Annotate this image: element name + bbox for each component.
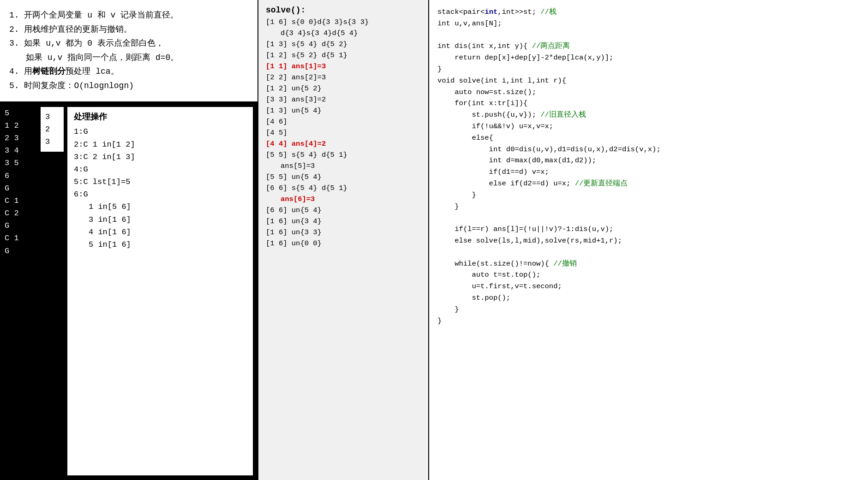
tree-data: 5 1 2 2 3 3 4 3 5 6 G C 1 C 2 G C 1 G — [5, 107, 37, 475]
notes-section: 1. 开两个全局变量 u 和 v 记录当前直径。 2. 用栈维护直径的更新与撤销… — [0, 0, 257, 102]
query-line: 3 in[1 6] — [74, 213, 246, 226]
trace-line: [1 6] un{0 0} — [266, 238, 421, 249]
code-line: } — [437, 315, 860, 327]
tree-line: 2 3 — [5, 132, 37, 144]
tree-line: G — [5, 219, 37, 232]
code-line: u=t.first,v=t.second; — [437, 281, 860, 292]
note-4: 4. 用树链剖分预处理 lca。 — [9, 65, 248, 79]
query-line: 1 in[5 6] — [74, 201, 246, 213]
note-1: 1. 开两个全局变量 u 和 v 记录当前直径。 — [9, 8, 248, 23]
trace-line: [1 6] un{3 3} — [266, 227, 421, 238]
queries-header: 处理操作 — [74, 111, 246, 124]
tree-line: 5 — [5, 107, 37, 119]
code-line: auto now=st.size(); — [437, 87, 860, 98]
tree-line: C 1 — [5, 195, 37, 207]
weight-line: 2 — [45, 123, 59, 136]
right-panel: stack<pair<int,int>>st; //栈 int u,v,ans[… — [429, 0, 868, 480]
note-3a: 3. 如果 u,v 都为 0 表示点全部白色， — [9, 36, 248, 51]
query-line: 5 in[1 6] — [74, 238, 246, 251]
code-line: void solve(int i,int l,int r){ — [437, 75, 860, 87]
query-line: 3:C 2 in[1 3] — [74, 151, 246, 163]
queries-data: 处理操作 1:G 2:C 1 in[1 2] 3:C 2 in[1 3] 4:G… — [67, 107, 253, 475]
code-line: stack<pair<int,int>>st; //栈 — [437, 6, 860, 18]
code-line — [437, 247, 860, 258]
note-2: 2. 用栈维护直径的更新与撤销。 — [9, 23, 248, 37]
code-line: int dis(int x,int y){ //两点距离 — [437, 41, 860, 52]
weight-line: 3 — [45, 111, 59, 123]
tree-line: C 2 — [5, 207, 37, 219]
trace-line: [1 1] ans[1]=3 — [266, 61, 421, 72]
note-3b: 如果 u,v 指向同一个点，则距离 d=0。 — [9, 51, 248, 65]
code-line: return dep[x]+dep[y]-2*dep[lca(x,y)]; — [437, 52, 860, 64]
code-line: else{ — [437, 132, 860, 144]
tree-line: G — [5, 245, 37, 257]
mid-panel: solve(): [1 6] s{0 0}d{3 3}s{3 3} d{3 4}… — [258, 0, 429, 480]
trace-line: [4 6] — [266, 116, 421, 127]
tree-line: 1 2 — [5, 119, 37, 132]
code-line: if(!u&&!v) u=x,v=x; — [437, 121, 860, 132]
code-line: st.pop(); — [437, 292, 860, 304]
trace-line: [5 5] un{5 4} — [266, 172, 421, 183]
trace-line: [3 3] ans[3]=2 — [266, 94, 421, 105]
tree-line: C 1 — [5, 232, 37, 244]
tree-line: 3 4 — [5, 144, 37, 157]
trace-line: [1 2] un{5 2} — [266, 83, 421, 94]
trace-line: [4 5] — [266, 127, 421, 138]
code-line: while(st.size()!=now){ //撤销 — [437, 258, 860, 270]
trace-line: [1 3] un{5 4} — [266, 105, 421, 116]
code-line: for(int x:tr[i]){ — [437, 98, 860, 109]
code-line: if(l==r) ans[l]=(!u||!v)?-1:dis(u,v); — [437, 224, 860, 235]
tree-line: G — [5, 182, 37, 195]
code-line — [437, 30, 860, 41]
weights-data: 3 2 3 — [41, 107, 64, 152]
code-line: st.push({u,v}); //旧直径入栈 — [437, 109, 860, 121]
trace-line: [1 6] un{3 4} — [266, 216, 421, 227]
code-line: int d=max(d0,max(d1,d2)); — [437, 155, 860, 166]
trace-line: [6 6] un{5 4} — [266, 205, 421, 216]
code-line: } — [437, 190, 860, 201]
trace-line: [1 2] s{5 2} d{5 1} — [266, 50, 421, 61]
trace-line: d{3 4}s{3 4}d{5 4} — [266, 28, 421, 39]
code-line: int d0=dis(u,v),d1=dis(u,x),d2=dis(v,x); — [437, 144, 860, 155]
trace-line: [2 2] ans[2]=3 — [266, 72, 421, 83]
query-line: 6:G — [74, 188, 246, 201]
code-line: } — [437, 304, 860, 315]
query-line: 4:G — [74, 163, 246, 176]
trace-line: [6 6] s{5 4} d{5 1} — [266, 183, 421, 194]
bottom-section: 5 1 2 2 3 3 4 3 5 6 G C 1 C 2 G C 1 G 3 … — [0, 102, 257, 480]
code-line: auto t=st.top(); — [437, 269, 860, 281]
code-line: else solve(ls,l,mid),solve(rs,mid+1,r); — [437, 235, 860, 247]
code-line: } — [437, 201, 860, 213]
left-panel: 1. 开两个全局变量 u 和 v 记录当前直径。 2. 用栈维护直径的更新与撤销… — [0, 0, 258, 480]
note-5: 5. 时间复杂度：O(nlognlogn) — [9, 79, 248, 93]
tree-line: 3 5 — [5, 157, 37, 169]
query-line: 5:C lst[1]=5 — [74, 176, 246, 188]
code-line — [437, 212, 860, 224]
code-line: int u,v,ans[N]; — [437, 18, 860, 30]
trace-line: [5 5] s{5 4} d{5 1} — [266, 149, 421, 160]
code-line: else if(d2==d) u=x; //更新直径端点 — [437, 178, 860, 190]
query-line: 1:G — [74, 125, 246, 138]
weight-line: 3 — [45, 136, 59, 148]
trace-line: [4 4] ans[4]=2 — [266, 138, 421, 149]
func-header: solve(): — [266, 6, 421, 15]
trace-line: [1 3] s{5 4} d{5 2} — [266, 39, 421, 50]
trace-line: ans[5]=3 — [266, 160, 421, 172]
trace-line: ans[6]=3 — [266, 194, 421, 205]
query-line: 4 in[1 6] — [74, 226, 246, 238]
code-line: } — [437, 64, 860, 75]
query-line: 2:C 1 in[1 2] — [74, 138, 246, 151]
tree-line: 6 — [5, 170, 37, 182]
code-line: if(d1==d) v=x; — [437, 166, 860, 178]
trace-line: [1 6] s{0 0}d{3 3}s{3 3} — [266, 17, 421, 28]
